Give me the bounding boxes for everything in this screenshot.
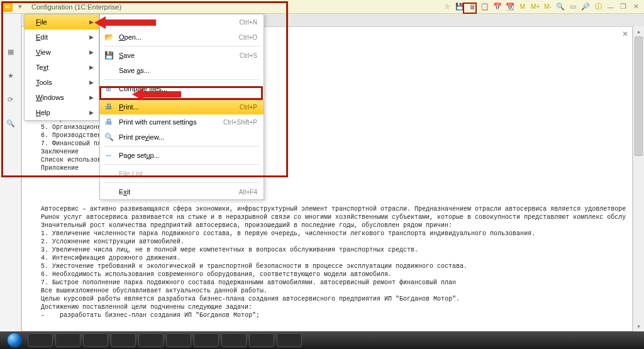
scroll-down-icon[interactable]: ▼ — [633, 321, 644, 331]
sidebar-star-icon[interactable]: ★ — [4, 69, 17, 82]
windows-taskbar[interactable] — [0, 331, 644, 349]
taskbar-item[interactable] — [221, 333, 247, 347]
submenu-item-page-setup[interactable]: ↔Page setup... — [100, 148, 264, 163]
submenu-arrow-icon: ▶ — [89, 19, 94, 25]
menu-item-view[interactable]: View▶ — [25, 45, 99, 60]
submenu-item-label: Print preview... — [119, 133, 252, 141]
mem-mplus-button[interactable]: M+ — [530, 2, 541, 12]
window-title: Configuration (1C:Enterprise) — [31, 3, 121, 11]
print-icon: 🖶 — [104, 117, 114, 127]
file-submenu[interactable]: ▫NewCtrl+N📂Open...Ctrl+O💾SaveCtrl+SSave … — [99, 14, 264, 200]
main-menu[interactable]: File▶Edit▶View▶Text▶Tools▶Windows▶Help▶ — [24, 14, 99, 121]
submenu-item-print[interactable]: 🖶Print...Ctrl+P — [100, 99, 264, 114]
window-restore-icon[interactable]: ❐ — [618, 2, 629, 12]
pagesetup-icon: ↔ — [104, 150, 114, 160]
taskbar-item[interactable] — [194, 333, 219, 347]
menu-item-tools[interactable]: Tools▶ — [25, 75, 99, 90]
calendar2-icon[interactable]: 📆 — [504, 2, 516, 12]
submenu-arrow-icon: ▶ — [89, 94, 94, 101]
scroll-track[interactable] — [633, 36, 644, 321]
taskbar-item[interactable] — [166, 333, 191, 347]
menu-item-label: Tools — [36, 79, 52, 86]
favorite-icon[interactable]: ☆ — [441, 2, 453, 12]
taskbar-item[interactable] — [28, 333, 53, 347]
submenu-item-save[interactable]: 💾SaveCtrl+S — [100, 48, 264, 63]
menu-item-label: Text — [36, 64, 48, 71]
menu-separator — [104, 97, 260, 98]
submenu-item-shortcut: Ctrl+S — [240, 52, 257, 59]
taskbar-item[interactable] — [111, 333, 136, 347]
menu-separator — [104, 79, 260, 80]
submenu-item-label: Print with current settings — [119, 118, 218, 126]
window-close-icon[interactable]: ✕ — [630, 2, 641, 12]
submenu-item-exit[interactable]: ExitAlt+F4 — [100, 184, 264, 199]
submenu-item-save-as[interactable]: Save as... — [100, 63, 264, 78]
document-close-icon[interactable]: ✕ — [622, 30, 628, 38]
menu-item-help[interactable]: Help▶ — [25, 105, 99, 120]
menu-item-label: View — [36, 48, 51, 56]
submenu-item-label: Print... — [119, 103, 235, 111]
menu-separator — [104, 164, 260, 165]
submenu-item-file-list: File List — [100, 166, 264, 181]
info-icon[interactable]: ⓘ — [592, 2, 604, 12]
submenu-item-label: Save as... — [119, 67, 252, 74]
annotation-arrow-file — [94, 16, 156, 29]
menu-separator — [104, 146, 260, 147]
submenu-item-shortcut: Ctrl+Shift+P — [223, 119, 257, 126]
submenu-item-shortcut: Ctrl+O — [239, 34, 257, 41]
submenu-item-shortcut: Alt+F4 — [239, 189, 257, 196]
menu-item-edit[interactable]: Edit▶ — [25, 30, 99, 45]
menu-item-label: Help — [36, 109, 50, 116]
print-icon: 🖶 — [104, 102, 114, 112]
blank-icon — [104, 187, 114, 197]
menu-item-text[interactable]: Text▶ — [25, 60, 99, 75]
submenu-arrow-icon: ▶ — [89, 64, 94, 70]
scroll-thumb[interactable] — [635, 36, 643, 156]
clipboard-icon[interactable]: 📋 — [479, 2, 491, 12]
submenu-item-open[interactable]: 📂Open...Ctrl+O — [100, 30, 264, 45]
window-minimize-icon[interactable]: — — [605, 2, 616, 12]
scroll-up-icon[interactable]: ▲ — [633, 26, 644, 36]
start-button[interactable] — [4, 331, 25, 349]
zoom-out-icon[interactable]: 🔎 — [580, 2, 591, 12]
taskbar-item[interactable] — [138, 333, 164, 347]
submenu-item-label: File List — [119, 170, 252, 177]
save-icon[interactable]: 💾 — [454, 2, 465, 12]
taskbar-item[interactable] — [249, 333, 274, 347]
calculator-icon[interactable]: 🖩 — [467, 2, 478, 12]
sidebar-history-icon[interactable]: ⟳ — [4, 93, 17, 106]
blank-icon — [104, 65, 114, 75]
preview-icon: 🔍 — [104, 132, 114, 142]
sidebar-apps-icon[interactable]: ▦ — [4, 45, 17, 58]
left-sidebar: ▦ ★ ⟳ 🔍 — [0, 14, 21, 331]
sidebar-search-icon[interactable]: 🔍 — [4, 117, 17, 130]
taskbar-item[interactable] — [277, 333, 302, 347]
submenu-arrow-icon: ▶ — [89, 34, 94, 40]
app-logo-icon: 1C — [3, 2, 13, 12]
main-menu-dropdown-icon[interactable]: ▾ — [15, 2, 25, 12]
mem-m-button[interactable]: M — [517, 2, 528, 12]
submenu-item-compare-files[interactable]: 🗎Compare files... — [100, 81, 264, 96]
annotation-arrow-print — [132, 88, 181, 101]
compare-icon: 🗎 — [104, 84, 114, 94]
submenu-item-label: Save — [119, 52, 235, 59]
submenu-item-shortcut: Ctrl+P — [240, 104, 257, 111]
submenu-arrow-icon: ▶ — [89, 109, 94, 116]
panel-toggle-icon[interactable]: ▭ — [567, 2, 579, 12]
menu-item-label: Edit — [36, 33, 48, 41]
taskbar-item[interactable] — [55, 333, 80, 347]
submenu-item-print-with-current-settings[interactable]: 🖶Print with current settingsCtrl+Shift+P — [100, 114, 264, 130]
menu-item-label: File — [36, 18, 47, 26]
save-icon: 💾 — [104, 50, 114, 60]
submenu-arrow-icon: ▶ — [89, 49, 94, 55]
menu-item-windows[interactable]: Windows▶ — [25, 90, 99, 105]
submenu-item-label: Page setup... — [119, 152, 252, 159]
submenu-item-print-preview[interactable]: 🔍Print preview... — [100, 130, 264, 145]
menu-item-file[interactable]: File▶ — [25, 14, 99, 30]
calendar-icon[interactable]: 📅 — [492, 2, 503, 12]
taskbar-item[interactable] — [83, 333, 108, 347]
vertical-scrollbar[interactable]: ▲ ▼ — [633, 26, 644, 331]
zoom-in-icon[interactable]: 🔍 — [555, 2, 566, 12]
submenu-item-label: Open... — [119, 33, 234, 41]
mem-mminus-button[interactable]: M- — [542, 2, 553, 12]
